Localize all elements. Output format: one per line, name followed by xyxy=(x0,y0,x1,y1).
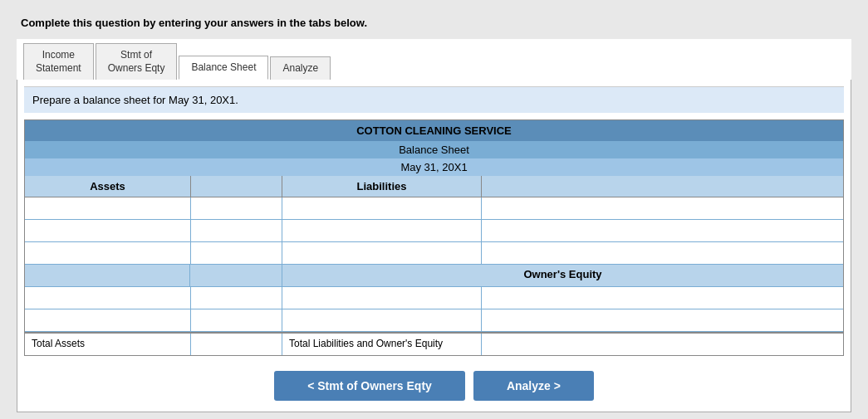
asset-name-3[interactable] xyxy=(25,242,191,264)
sub-instruction: Prepare a balance sheet for May 31, 20X1… xyxy=(24,86,844,113)
asset-amt-1[interactable] xyxy=(191,197,282,219)
liab-name-input-1[interactable] xyxy=(282,197,481,219)
asset-name-6[interactable] xyxy=(25,309,191,331)
equity-amt-1[interactable] xyxy=(482,287,573,309)
liab-amt-1[interactable] xyxy=(482,197,573,219)
asset-name-input-6[interactable] xyxy=(25,309,190,331)
liabilities-amount-header xyxy=(482,176,573,197)
company-name: COTTON CLEANING SERVICE xyxy=(29,124,839,137)
sheet-title: Balance Sheet xyxy=(25,141,843,158)
asset-name-input-4[interactable] xyxy=(25,265,189,286)
equity-amt-input-2[interactable] xyxy=(482,309,573,331)
liab-amt-3[interactable] xyxy=(482,242,573,264)
equity-name-1[interactable] xyxy=(282,287,482,309)
liab-amt-input-2[interactable] xyxy=(482,220,573,241)
liabilities-header: Liabilities xyxy=(282,176,482,197)
total-assets-input[interactable] xyxy=(191,334,282,355)
liab-name-3[interactable] xyxy=(282,242,482,264)
equity-amt-input-1[interactable] xyxy=(482,287,573,309)
liab-name-input-2[interactable] xyxy=(282,220,481,241)
tab-analyze[interactable]: Analyze xyxy=(270,56,331,80)
sheet-date: May 31, 20X1 xyxy=(25,158,843,176)
equity-amt-2[interactable] xyxy=(482,309,573,331)
equity-name-2[interactable] xyxy=(282,309,482,331)
asset-amt-2[interactable] xyxy=(191,220,282,241)
asset-amt-input-6[interactable] xyxy=(191,309,282,331)
total-liab-equity-label: Total Liabilities and Owner's Equity xyxy=(282,334,482,355)
equity-name-input-2[interactable] xyxy=(282,309,481,331)
equity-name-input-1[interactable] xyxy=(282,287,481,309)
table-row xyxy=(25,197,843,220)
liab-name-2[interactable] xyxy=(282,220,482,241)
assets-header: Assets xyxy=(25,176,191,197)
asset-name-input-5[interactable] xyxy=(25,287,190,309)
table-row xyxy=(25,287,843,309)
total-liab-equity-input[interactable] xyxy=(482,334,573,355)
owners-equity-label: Owner's Equity xyxy=(282,265,843,286)
tab-stmt-owners-eqty[interactable]: Stmt ofOwners Eqty xyxy=(96,43,178,80)
prev-button[interactable]: < Stmt of Owners Eqty xyxy=(274,371,465,401)
total-assets-amount[interactable] xyxy=(191,334,282,355)
asset-name-5[interactable] xyxy=(25,287,191,309)
liab-name-input-3[interactable] xyxy=(282,242,481,264)
total-assets-label: Total Assets xyxy=(25,334,191,355)
asset-amt-input-1[interactable] xyxy=(191,197,282,219)
owners-equity-section-row: Owner's Equity xyxy=(25,265,843,287)
asset-amt-input-4[interactable] xyxy=(190,265,282,286)
asset-name-2[interactable] xyxy=(25,220,191,241)
asset-amt-3[interactable] xyxy=(191,242,282,264)
assets-amount-header xyxy=(191,176,282,197)
liab-name-1[interactable] xyxy=(282,197,482,219)
asset-name-input-2[interactable] xyxy=(25,220,190,241)
content-area: Prepare a balance sheet for May 31, 20X1… xyxy=(17,80,851,412)
asset-amt-input-5[interactable] xyxy=(191,287,282,309)
asset-name-input-1[interactable] xyxy=(25,197,190,219)
instruction-text: Complete this question by entering your … xyxy=(17,8,851,39)
table-row xyxy=(25,242,843,265)
asset-amt-input-3[interactable] xyxy=(191,242,282,264)
nav-buttons: < Stmt of Owners Eqty Analyze > xyxy=(24,363,844,405)
asset-amt-input-2[interactable] xyxy=(191,220,282,241)
next-button[interactable]: Analyze > xyxy=(473,371,594,401)
asset-amt-6[interactable] xyxy=(191,309,282,331)
table-row xyxy=(25,309,843,332)
asset-name-1[interactable] xyxy=(25,197,191,219)
asset-amt-5[interactable] xyxy=(191,287,282,309)
liab-amt-2[interactable] xyxy=(482,220,573,241)
asset-name-input-3[interactable] xyxy=(25,242,190,264)
total-liab-equity-amount[interactable] xyxy=(482,334,573,355)
table-row xyxy=(25,220,843,242)
column-headers: Assets Liabilities xyxy=(25,176,843,197)
tab-income-statement[interactable]: IncomeStatement xyxy=(23,43,94,80)
tab-balance-sheet[interactable]: Balance Sheet xyxy=(179,56,268,80)
liab-amt-input-1[interactable] xyxy=(482,197,573,219)
balance-sheet-table: COTTON CLEANING SERVICE Balance Sheet Ma… xyxy=(24,119,844,356)
company-name-header: COTTON CLEANING SERVICE xyxy=(25,120,843,141)
total-row: Total Assets Total Liabilities and Owner… xyxy=(25,332,843,355)
tabs-row: IncomeStatement Stmt ofOwners Eqty Balan… xyxy=(17,39,851,80)
liab-amt-input-3[interactable] xyxy=(482,242,573,264)
